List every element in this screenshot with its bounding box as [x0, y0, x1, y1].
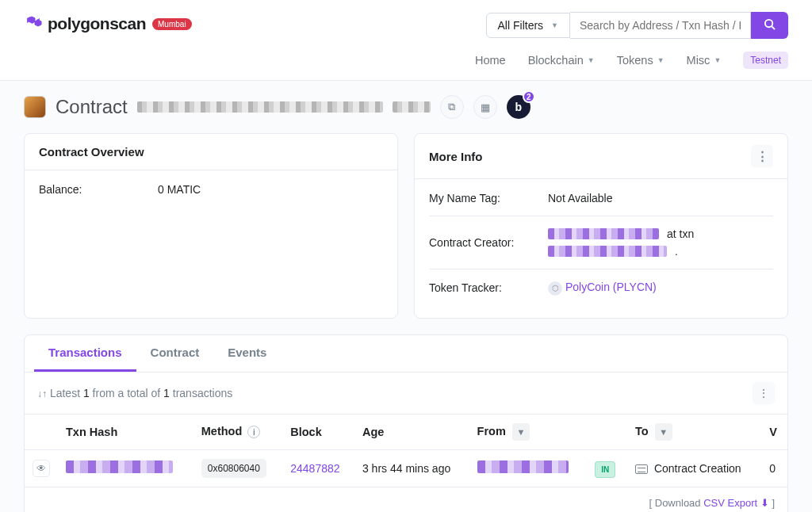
- search-icon: [764, 19, 776, 32]
- qr-icon: ▦: [481, 101, 490, 113]
- summary-mid: from a total of: [93, 387, 161, 399]
- table-row: 👁 0x60806040 24487882 3 hrs 44 mins ago …: [25, 449, 787, 487]
- summary-text: ↓↑ Latest 1 from a total of 1 transactio…: [37, 387, 232, 399]
- nav-blockchain[interactable]: Blockchain▼: [528, 54, 595, 67]
- creator-value: at txn .: [548, 227, 694, 258]
- tracker-link[interactable]: PolyCoin (PLYCN): [565, 281, 657, 293]
- contract-icon: [24, 96, 46, 118]
- th-from-label: From: [477, 425, 506, 437]
- txn-hash-censored[interactable]: [66, 460, 173, 473]
- copy-button[interactable]: ⧉: [440, 95, 464, 119]
- creator-label: Contract Creator:: [429, 236, 548, 249]
- transactions-table: Txn Hash Method i Block Age From ▼ To ▼: [25, 414, 787, 487]
- chevron-down-icon: ▼: [714, 56, 721, 64]
- chevron-down-icon: ▼: [588, 56, 595, 64]
- testnet-button[interactable]: Testnet: [743, 52, 788, 69]
- balance-row: Balance: 0 MATIC: [39, 175, 383, 204]
- overview-card: Contract Overview Balance: 0 MATIC: [24, 133, 398, 319]
- search-input[interactable]: [570, 12, 751, 39]
- csv-export-link[interactable]: CSV Export ⬇: [703, 497, 772, 509]
- balance-value: 0 MATIC: [158, 183, 201, 196]
- main-nav: Home Blockchain▼ Tokens▼ Misc▼ Testnet: [0, 45, 812, 81]
- from-filter-button[interactable]: ▼: [512, 423, 530, 441]
- at-txn-label: at txn: [667, 227, 694, 240]
- period: .: [675, 245, 678, 258]
- th-to: To ▼: [627, 414, 761, 449]
- qr-button[interactable]: ▦: [473, 95, 497, 119]
- csv-export-row: [ Download CSV Export ⬇ ]: [25, 487, 787, 513]
- nav-label: Tokens: [617, 54, 653, 67]
- sort-icon[interactable]: ↓↑: [37, 388, 47, 399]
- nav-label: Home: [475, 54, 506, 67]
- th-block: Block: [282, 414, 354, 449]
- info-cards: Contract Overview Balance: 0 MATIC More …: [0, 133, 812, 319]
- nav-home[interactable]: Home: [475, 54, 506, 67]
- nav-misc[interactable]: Misc▼: [687, 54, 722, 67]
- more-info-card-header: More Info ⋮: [415, 134, 787, 179]
- csv-suffix: ]: [772, 497, 775, 509]
- summary-total: 1: [163, 387, 170, 399]
- more-info-card: More Info ⋮ My Name Tag: Not Available C…: [414, 133, 788, 319]
- method-chip: 0x60806040: [201, 459, 266, 478]
- csv-prefix: [ Download: [649, 497, 701, 509]
- eye-icon[interactable]: 👁: [33, 460, 50, 477]
- to-value: Contract Creation: [654, 462, 741, 475]
- filter-dropdown[interactable]: All Filters ▼: [486, 13, 570, 38]
- balance-label: Balance:: [39, 183, 158, 196]
- copy-icon: ⧉: [448, 101, 455, 113]
- panel-menu-button[interactable]: ⋮: [753, 382, 775, 404]
- name-tag-row: My Name Tag: Not Available: [429, 184, 773, 212]
- b-icon: b: [515, 101, 522, 113]
- tracker-label: Token Tracker:: [429, 281, 548, 294]
- creator-row: Contract Creator: at txn .: [429, 220, 773, 266]
- address-censored: [137, 101, 383, 113]
- blockscan-button[interactable]: b 2: [507, 95, 530, 119]
- value-amount: 0: [769, 462, 776, 475]
- tab-events[interactable]: Events: [213, 335, 281, 372]
- card-body: Balance: 0 MATIC: [25, 170, 397, 305]
- summary-count: 1: [83, 387, 90, 399]
- logo-icon: [24, 12, 43, 36]
- token-icon: ⬡: [548, 281, 562, 296]
- tab-transactions[interactable]: Transactions: [34, 335, 136, 372]
- logo-text: polygonscan: [48, 14, 146, 33]
- card-body: My Name Tag: Not Available Contract Crea…: [415, 179, 787, 318]
- csv-label: CSV Export: [703, 497, 757, 509]
- transactions-panel: Transactions Contract Events ↓↑ Latest 1…: [24, 334, 788, 513]
- th-txn-hash: Txn Hash: [58, 414, 193, 449]
- name-tag-label: My Name Tag:: [429, 192, 548, 204]
- th-to-label: To: [635, 425, 649, 437]
- nav-tokens[interactable]: Tokens▼: [617, 54, 665, 67]
- tab-contract[interactable]: Contract: [136, 335, 214, 372]
- th-from: From ▼: [469, 414, 588, 449]
- more-menu-button[interactable]: ⋮: [751, 145, 773, 167]
- name-tag-value: Not Available: [548, 192, 612, 204]
- creator-address-censored[interactable]: [548, 228, 659, 239]
- creator-txn-censored[interactable]: [548, 246, 667, 257]
- search-row: All Filters ▼: [486, 12, 788, 39]
- header-right: All Filters ▼: [486, 12, 788, 39]
- th-age[interactable]: Age: [354, 414, 469, 449]
- age-value: 3 hrs 44 mins ago: [362, 462, 450, 475]
- contract-creation-icon: [635, 464, 648, 474]
- svg-point-0: [765, 20, 772, 27]
- summary-row: ↓↑ Latest 1 from a total of 1 transactio…: [25, 373, 787, 414]
- b-badge: 2: [523, 90, 535, 103]
- svg-line-1: [772, 26, 775, 29]
- filter-label: All Filters: [498, 19, 544, 32]
- from-address-censored[interactable]: [477, 460, 569, 473]
- tabs: Transactions Contract Events: [25, 335, 787, 373]
- block-link[interactable]: 24487882: [290, 462, 339, 475]
- card-title: More Info: [429, 150, 483, 163]
- logo[interactable]: polygonscan Mumbai: [24, 12, 192, 36]
- table-header-row: Txn Hash Method i Block Age From ▼ To ▼: [25, 414, 787, 449]
- to-filter-button[interactable]: ▼: [655, 423, 672, 441]
- search-button[interactable]: [751, 12, 788, 39]
- info-icon[interactable]: i: [247, 426, 260, 438]
- card-title: Contract Overview: [39, 145, 144, 159]
- top-header: polygonscan Mumbai All Filters ▼: [0, 0, 812, 45]
- th-method: Method i: [193, 414, 282, 449]
- chevron-down-icon: ▼: [657, 56, 665, 64]
- address-censored: [393, 101, 431, 113]
- in-badge: IN: [595, 461, 615, 478]
